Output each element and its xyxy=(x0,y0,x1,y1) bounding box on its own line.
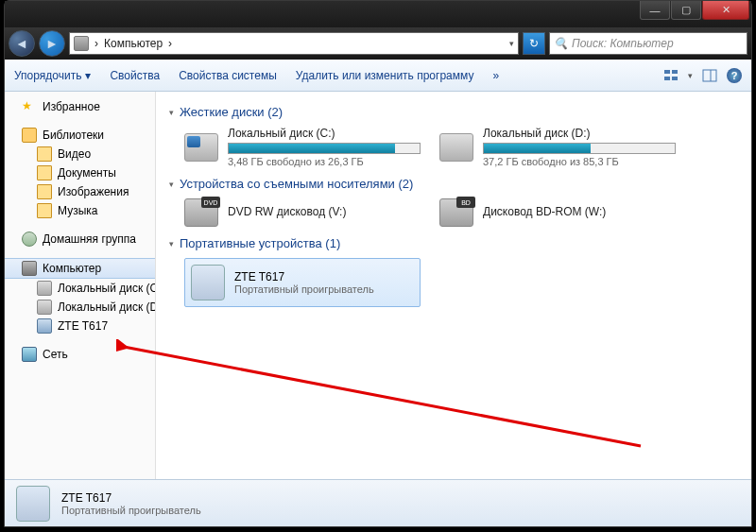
sidebar-network[interactable]: Сеть xyxy=(5,345,155,364)
svg-rect-1 xyxy=(672,70,678,74)
breadcrumb-sep: › xyxy=(94,37,98,50)
drive-icon xyxy=(184,133,218,162)
refresh-button[interactable]: ↻ xyxy=(523,32,545,55)
libraries-icon xyxy=(22,128,37,143)
properties-button[interactable]: Свойства xyxy=(110,69,160,82)
music-icon xyxy=(37,203,52,218)
drive-free-text: 37,2 ГБ свободно из 85,3 ГБ xyxy=(483,156,676,167)
collapse-icon: ▾ xyxy=(169,239,174,249)
documents-icon xyxy=(37,165,52,180)
sidebar-music[interactable]: Музыка xyxy=(5,201,155,220)
network-icon xyxy=(22,347,37,362)
collapse-icon: ▾ xyxy=(169,180,174,189)
disk-icon xyxy=(37,300,52,315)
details-pane: ZTE T617 Портативный проигрыватель xyxy=(5,479,751,526)
chevron-down-icon: ▾ xyxy=(85,69,91,82)
toolbar-overflow[interactable]: » xyxy=(492,69,499,82)
drive-c[interactable]: Локальный диск (C:) 3,48 ГБ свободно из … xyxy=(184,127,421,167)
sidebar-documents[interactable]: Документы xyxy=(5,163,155,182)
drive-label: Локальный диск (D:) xyxy=(483,127,676,140)
sidebar-drive-d[interactable]: Локальный диск (D:) xyxy=(5,298,155,317)
maximize-button[interactable]: ▢ xyxy=(671,1,701,20)
sidebar-computer[interactable]: Компьютер xyxy=(5,258,155,279)
status-subtitle: Портативный проигрыватель xyxy=(61,505,201,516)
breadcrumb-sep: › xyxy=(168,37,172,50)
breadcrumb-root[interactable]: Компьютер xyxy=(104,37,163,50)
address-dropdown-icon[interactable]: ▾ xyxy=(509,39,514,48)
drive-label: Дисковод BD-ROM (W:) xyxy=(483,205,676,218)
portable-device-zte[interactable]: ZTE T617 Портативный проигрыватель xyxy=(184,258,421,307)
view-dropdown-icon[interactable]: ▾ xyxy=(688,71,693,80)
drive-label: Локальный диск (C:) xyxy=(228,127,421,140)
dvd-drive-icon xyxy=(184,198,218,227)
sidebar-device-zte[interactable]: ZTE T617 xyxy=(5,317,155,335)
status-title: ZTE T617 xyxy=(61,491,201,505)
forward-button[interactable]: ► xyxy=(39,30,65,57)
view-options-button[interactable] xyxy=(663,68,679,83)
optical-dvd[interactable]: DVD RW дисковод (V:) xyxy=(184,198,421,227)
sidebar-favorites[interactable]: ★Избранное xyxy=(5,97,155,116)
images-icon xyxy=(37,184,52,199)
capacity-bar xyxy=(228,143,421,154)
uninstall-button[interactable]: Удалить или изменить программу xyxy=(296,69,474,82)
explorer-window: — ▢ ✕ ◄ ► › Компьютер › ▾ ↻ 🔍 Поиск: Ком… xyxy=(4,0,752,527)
search-placeholder: Поиск: Компьютер xyxy=(572,37,674,50)
drive-d[interactable]: Локальный диск (D:) 37,2 ГБ свободно из … xyxy=(439,127,676,167)
search-icon: 🔍 xyxy=(554,37,568,50)
nav-bar: ◄ ► › Компьютер › ▾ ↻ 🔍 Поиск: Компьютер xyxy=(5,27,751,60)
computer-icon xyxy=(74,36,89,51)
body: ★Избранное Библиотеки Видео Документы Из… xyxy=(5,92,751,479)
drive-icon xyxy=(439,133,473,162)
back-button[interactable]: ◄ xyxy=(9,30,35,57)
preview-pane-button[interactable] xyxy=(702,68,717,83)
device-icon xyxy=(37,318,52,334)
sidebar-images[interactable]: Изображения xyxy=(5,182,155,201)
portable-player-icon xyxy=(191,265,225,300)
section-portable[interactable]: ▾Портативные устройства (1) xyxy=(169,236,738,250)
svg-rect-0 xyxy=(664,70,670,74)
svg-rect-4 xyxy=(703,70,716,81)
minimize-button[interactable]: — xyxy=(640,1,670,20)
search-input[interactable]: 🔍 Поиск: Компьютер xyxy=(549,32,747,55)
computer-icon xyxy=(22,261,37,276)
video-icon xyxy=(37,146,52,162)
star-icon: ★ xyxy=(22,99,37,114)
collapse-icon: ▾ xyxy=(169,108,174,117)
sidebar-homegroup[interactable]: Домашняя группа xyxy=(5,230,155,249)
sidebar-drive-c[interactable]: Локальный диск (C:) xyxy=(5,279,155,298)
navigation-pane: ★Избранное Библиотеки Видео Документы Из… xyxy=(5,92,156,479)
drive-free-text: 3,48 ГБ свободно из 26,3 ГБ xyxy=(228,156,421,167)
toolbar: Упорядочить▾ Свойства Свойства системы У… xyxy=(5,60,751,92)
sidebar-libraries[interactable]: Библиотеки xyxy=(5,126,155,145)
system-properties-button[interactable]: Свойства системы xyxy=(179,69,277,82)
close-button[interactable]: ✕ xyxy=(702,1,749,20)
address-bar[interactable]: › Компьютер › ▾ xyxy=(69,32,519,55)
sidebar-video[interactable]: Видео xyxy=(5,145,155,163)
optical-bd[interactable]: Дисковод BD-ROM (W:) xyxy=(439,198,676,227)
section-hard-drives[interactable]: ▾Жесткие диски (2) xyxy=(169,105,738,119)
organize-button[interactable]: Упорядочить▾ xyxy=(14,69,91,82)
svg-rect-3 xyxy=(672,77,678,80)
device-subtitle: Портативный проигрыватель xyxy=(234,283,374,295)
drive-label: DVD RW дисковод (V:) xyxy=(228,205,421,218)
capacity-bar xyxy=(483,143,676,154)
title-bar: — ▢ ✕ xyxy=(5,1,751,27)
bd-drive-icon xyxy=(439,198,473,227)
disk-icon xyxy=(37,281,52,296)
device-label: ZTE T617 xyxy=(234,270,374,283)
svg-rect-2 xyxy=(664,77,670,80)
section-removable[interactable]: ▾Устройства со съемными носителями (2) xyxy=(169,177,738,191)
content-pane: ▾Жесткие диски (2) Локальный диск (C:) 3… xyxy=(156,92,751,479)
portable-player-icon xyxy=(16,486,50,522)
help-button[interactable]: ? xyxy=(727,68,742,83)
homegroup-icon xyxy=(22,232,37,247)
